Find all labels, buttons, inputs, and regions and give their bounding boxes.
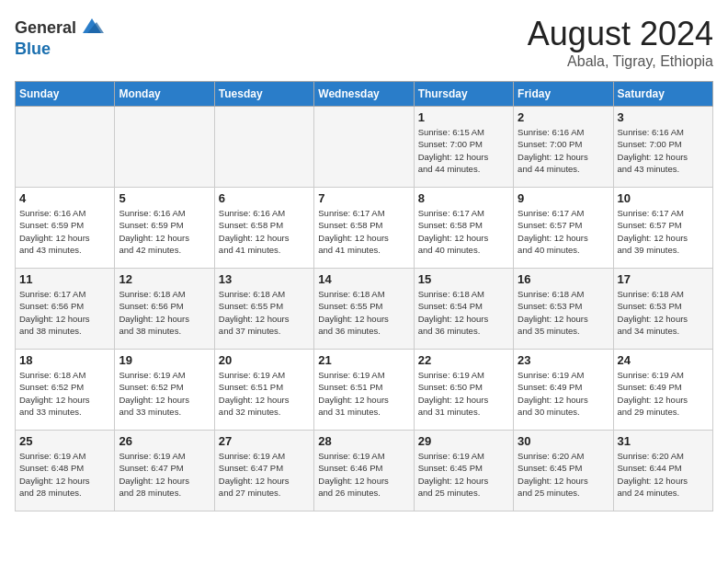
- header-monday: Monday: [115, 82, 214, 107]
- calendar-cell: 22Sunrise: 6:19 AM Sunset: 6:50 PM Dayli…: [414, 350, 513, 431]
- calendar-cell: 29Sunrise: 6:19 AM Sunset: 6:45 PM Dayli…: [414, 431, 513, 511]
- header-saturday: Saturday: [613, 82, 712, 107]
- logo: General Blue: [15, 15, 106, 58]
- calendar-cell: 5Sunrise: 6:16 AM Sunset: 6:59 PM Daylig…: [115, 188, 214, 269]
- day-number: 24: [618, 353, 709, 367]
- calendar-cell: 21Sunrise: 6:19 AM Sunset: 6:51 PM Dayli…: [314, 350, 414, 431]
- day-info: Sunrise: 6:18 AM Sunset: 6:56 PM Dayligh…: [119, 288, 210, 337]
- day-number: 26: [119, 434, 210, 448]
- day-info: Sunrise: 6:18 AM Sunset: 6:54 PM Dayligh…: [418, 288, 509, 337]
- day-number: 17: [618, 272, 709, 286]
- title-block: August 2024 Abala, Tigray, Ethiopia: [528, 15, 713, 70]
- day-info: Sunrise: 6:17 AM Sunset: 6:57 PM Dayligh…: [518, 207, 609, 256]
- header-wednesday: Wednesday: [314, 82, 414, 107]
- day-info: Sunrise: 6:17 AM Sunset: 6:56 PM Dayligh…: [19, 288, 110, 337]
- calendar-cell: 25Sunrise: 6:19 AM Sunset: 6:48 PM Dayli…: [16, 431, 115, 511]
- day-info: Sunrise: 6:18 AM Sunset: 6:52 PM Dayligh…: [19, 369, 110, 418]
- calendar-cell: 17Sunrise: 6:18 AM Sunset: 6:53 PM Dayli…: [613, 269, 712, 350]
- calendar-cell: 30Sunrise: 6:20 AM Sunset: 6:45 PM Dayli…: [514, 431, 613, 511]
- day-info: Sunrise: 6:18 AM Sunset: 6:55 PM Dayligh…: [219, 288, 310, 337]
- calendar-cell: 19Sunrise: 6:19 AM Sunset: 6:52 PM Dayli…: [115, 350, 214, 431]
- calendar-cell: 1Sunrise: 6:15 AM Sunset: 7:00 PM Daylig…: [414, 107, 513, 188]
- calendar-body: 1Sunrise: 6:15 AM Sunset: 7:00 PM Daylig…: [16, 107, 713, 511]
- day-info: Sunrise: 6:19 AM Sunset: 6:46 PM Dayligh…: [318, 450, 409, 499]
- day-number: 20: [219, 353, 310, 367]
- day-number: 11: [19, 272, 110, 286]
- day-number: 25: [19, 434, 110, 448]
- day-number: 14: [318, 272, 409, 286]
- day-info: Sunrise: 6:19 AM Sunset: 6:51 PM Dayligh…: [318, 369, 409, 418]
- day-number: 18: [19, 353, 110, 367]
- calendar-cell: 27Sunrise: 6:19 AM Sunset: 6:47 PM Dayli…: [214, 431, 313, 511]
- day-info: Sunrise: 6:17 AM Sunset: 6:57 PM Dayligh…: [618, 207, 709, 256]
- day-info: Sunrise: 6:19 AM Sunset: 6:51 PM Dayligh…: [219, 369, 310, 418]
- calendar-cell: 28Sunrise: 6:19 AM Sunset: 6:46 PM Dayli…: [314, 431, 414, 511]
- calendar-cell: 9Sunrise: 6:17 AM Sunset: 6:57 PM Daylig…: [514, 188, 613, 269]
- week-row-1: 1Sunrise: 6:15 AM Sunset: 7:00 PM Daylig…: [16, 107, 713, 188]
- day-number: 21: [318, 353, 409, 367]
- day-info: Sunrise: 6:20 AM Sunset: 6:44 PM Dayligh…: [618, 450, 709, 499]
- day-info: Sunrise: 6:19 AM Sunset: 6:47 PM Dayligh…: [219, 450, 310, 499]
- day-info: Sunrise: 6:16 AM Sunset: 7:00 PM Dayligh…: [518, 126, 609, 175]
- calendar-cell: 18Sunrise: 6:18 AM Sunset: 6:52 PM Dayli…: [16, 350, 115, 431]
- day-number: 7: [318, 191, 409, 205]
- day-number: 22: [418, 353, 509, 367]
- day-info: Sunrise: 6:15 AM Sunset: 7:00 PM Dayligh…: [418, 126, 509, 175]
- calendar-cell: [115, 107, 214, 188]
- subtitle: Abala, Tigray, Ethiopia: [528, 53, 713, 70]
- day-number: 29: [418, 434, 509, 448]
- day-number: 8: [418, 191, 509, 205]
- calendar-cell: 4Sunrise: 6:16 AM Sunset: 6:59 PM Daylig…: [16, 188, 115, 269]
- day-info: Sunrise: 6:16 AM Sunset: 6:59 PM Dayligh…: [119, 207, 210, 256]
- day-number: 27: [219, 434, 310, 448]
- week-row-2: 4Sunrise: 6:16 AM Sunset: 6:59 PM Daylig…: [16, 188, 713, 269]
- day-number: 9: [518, 191, 609, 205]
- day-info: Sunrise: 6:20 AM Sunset: 6:45 PM Dayligh…: [518, 450, 609, 499]
- calendar-cell: 15Sunrise: 6:18 AM Sunset: 6:54 PM Dayli…: [414, 269, 513, 350]
- day-number: 4: [19, 191, 110, 205]
- calendar-cell: 24Sunrise: 6:19 AM Sunset: 6:49 PM Dayli…: [613, 350, 712, 431]
- calendar-cell: 14Sunrise: 6:18 AM Sunset: 6:55 PM Dayli…: [314, 269, 414, 350]
- header-thursday: Thursday: [414, 82, 513, 107]
- day-number: 13: [219, 272, 310, 286]
- day-info: Sunrise: 6:18 AM Sunset: 6:53 PM Dayligh…: [618, 288, 709, 337]
- day-info: Sunrise: 6:19 AM Sunset: 6:45 PM Dayligh…: [418, 450, 509, 499]
- day-info: Sunrise: 6:17 AM Sunset: 6:58 PM Dayligh…: [418, 207, 509, 256]
- page-header: General Blue August 2024 Abala, Tigray, …: [15, 15, 713, 70]
- day-number: 28: [318, 434, 409, 448]
- day-number: 16: [518, 272, 609, 286]
- logo-general: General: [15, 19, 76, 36]
- calendar-cell: 8Sunrise: 6:17 AM Sunset: 6:58 PM Daylig…: [414, 188, 513, 269]
- day-info: Sunrise: 6:19 AM Sunset: 6:48 PM Dayligh…: [19, 450, 110, 499]
- calendar-cell: 31Sunrise: 6:20 AM Sunset: 6:44 PM Dayli…: [613, 431, 712, 511]
- day-info: Sunrise: 6:16 AM Sunset: 6:58 PM Dayligh…: [219, 207, 310, 256]
- day-number: 31: [618, 434, 709, 448]
- day-number: 12: [119, 272, 210, 286]
- day-info: Sunrise: 6:17 AM Sunset: 6:58 PM Dayligh…: [318, 207, 409, 256]
- logo-blue: Blue: [15, 40, 51, 58]
- calendar-cell: 20Sunrise: 6:19 AM Sunset: 6:51 PM Dayli…: [214, 350, 313, 431]
- day-info: Sunrise: 6:16 AM Sunset: 6:59 PM Dayligh…: [19, 207, 110, 256]
- day-info: Sunrise: 6:19 AM Sunset: 6:50 PM Dayligh…: [418, 369, 509, 418]
- day-number: 23: [518, 353, 609, 367]
- calendar-cell: 11Sunrise: 6:17 AM Sunset: 6:56 PM Dayli…: [16, 269, 115, 350]
- day-info: Sunrise: 6:19 AM Sunset: 6:49 PM Dayligh…: [518, 369, 609, 418]
- day-number: 2: [518, 110, 609, 124]
- calendar-cell: 16Sunrise: 6:18 AM Sunset: 6:53 PM Dayli…: [514, 269, 613, 350]
- day-info: Sunrise: 6:18 AM Sunset: 6:55 PM Dayligh…: [318, 288, 409, 337]
- main-title: August 2024: [528, 15, 713, 53]
- header-friday: Friday: [514, 82, 613, 107]
- calendar-cell: 6Sunrise: 6:16 AM Sunset: 6:58 PM Daylig…: [214, 188, 313, 269]
- logo-icon: [78, 15, 106, 40]
- calendar-cell: [314, 107, 414, 188]
- calendar-cell: 10Sunrise: 6:17 AM Sunset: 6:57 PM Dayli…: [613, 188, 712, 269]
- calendar-cell: 12Sunrise: 6:18 AM Sunset: 6:56 PM Dayli…: [115, 269, 214, 350]
- calendar-cell: 3Sunrise: 6:16 AM Sunset: 7:00 PM Daylig…: [613, 107, 712, 188]
- calendar-table: SundayMondayTuesdayWednesdayThursdayFrid…: [15, 81, 713, 511]
- calendar-cell: 13Sunrise: 6:18 AM Sunset: 6:55 PM Dayli…: [214, 269, 313, 350]
- calendar-cell: [214, 107, 313, 188]
- day-number: 15: [418, 272, 509, 286]
- header-tuesday: Tuesday: [214, 82, 313, 107]
- day-info: Sunrise: 6:19 AM Sunset: 6:52 PM Dayligh…: [119, 369, 210, 418]
- calendar-cell: 7Sunrise: 6:17 AM Sunset: 6:58 PM Daylig…: [314, 188, 414, 269]
